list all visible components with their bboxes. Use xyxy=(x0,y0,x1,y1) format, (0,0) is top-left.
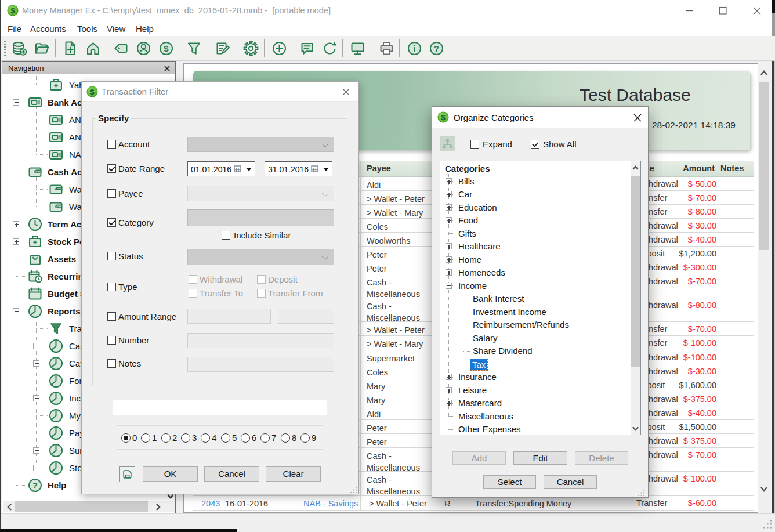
svg-text:$: $ xyxy=(90,88,95,96)
svg-text:?: ? xyxy=(32,481,38,490)
svg-text:?: ? xyxy=(434,44,439,53)
svg-text:$: $ xyxy=(164,44,169,53)
svg-text:$: $ xyxy=(441,113,446,122)
svg-text:$: $ xyxy=(10,6,15,15)
